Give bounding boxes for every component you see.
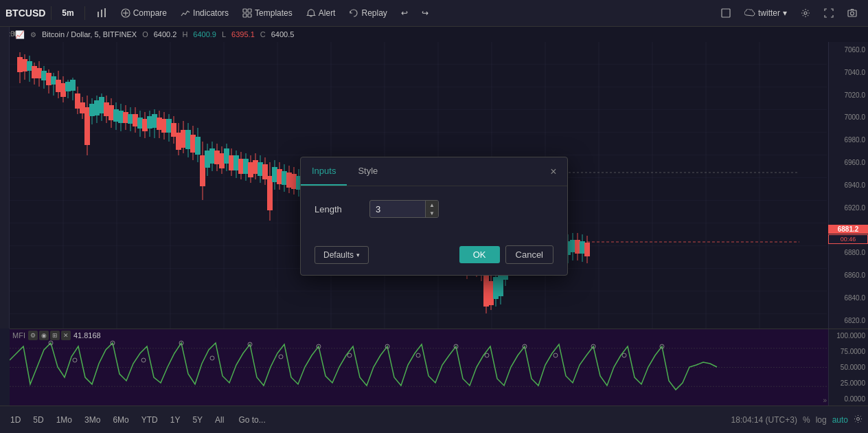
length-input[interactable] <box>370 201 425 217</box>
chart-container: 📈 ⚙ Bitcoin / Dollar, 5, BITFINEX O 6400… <box>0 27 868 406</box>
undo-icon: ↩ <box>401 8 408 18</box>
length-input-wrap: ▲ ▼ <box>369 200 439 218</box>
screenshot-button[interactable] <box>842 5 863 21</box>
bottom-toolbar: 1D 5D 1Mo 3Mo 6Mo YTD 1Y 5Y All Go to...… <box>0 406 868 433</box>
indicators-label: Indicators <box>193 8 229 18</box>
svg-point-293 <box>857 418 860 421</box>
svg-rect-0 <box>98 12 99 17</box>
period-1mo[interactable]: 1Mo <box>52 413 77 427</box>
period-6mo[interactable]: 6Mo <box>108 413 133 427</box>
alert-button[interactable]: Alert <box>301 5 341 21</box>
log-button[interactable]: log <box>816 415 827 425</box>
auto-button[interactable]: auto <box>832 415 848 425</box>
svg-rect-7 <box>248 9 251 12</box>
period-1d[interactable]: 1D <box>5 413 25 427</box>
stepper-down-button[interactable]: ▼ <box>426 209 438 217</box>
svg-point-13 <box>851 12 854 15</box>
replay-label: Replay <box>361 8 387 18</box>
dialog-header: Inputs Style × <box>301 157 567 186</box>
undo-button[interactable]: ↩ <box>396 5 413 21</box>
bar-type-button[interactable] <box>91 5 113 21</box>
cloud-button[interactable]: twitter ▾ <box>739 5 792 21</box>
modal-overlay: Inputs Style × Length ▲ ▼ <box>0 27 868 406</box>
divider-2 <box>84 6 85 20</box>
compare-label: Compare <box>133 8 167 18</box>
window-button[interactable] <box>716 5 736 21</box>
period-3mo[interactable]: 3Mo <box>80 413 105 427</box>
top-toolbar: BTCUSD 5m Compare Indicators Templates <box>0 0 868 27</box>
tab-inputs[interactable]: Inputs <box>301 157 347 186</box>
length-label: Length <box>315 204 369 214</box>
redo-icon: ↪ <box>422 8 429 18</box>
redo-button[interactable]: ↪ <box>416 5 434 21</box>
period-5d[interactable]: 5D <box>28 413 48 427</box>
datetime-display: 18:04:14 (UTC+3) <box>731 415 797 425</box>
replay-icon <box>349 8 358 18</box>
replay-button[interactable]: Replay <box>343 5 392 21</box>
dialog-body: Length ▲ ▼ <box>301 186 567 240</box>
camera-icon <box>847 8 857 18</box>
svg-rect-9 <box>248 14 251 17</box>
templates-icon <box>242 8 252 18</box>
compare-button[interactable]: Compare <box>115 5 172 21</box>
indicators-button[interactable]: Indicators <box>175 5 234 21</box>
settings-dialog: Inputs Style × Length ▲ ▼ <box>300 157 568 276</box>
tab-style-label: Style <box>358 166 378 176</box>
window-icon <box>721 8 731 18</box>
divider-1 <box>51 6 52 20</box>
alert-label: Alert <box>319 8 336 18</box>
plus-icon <box>121 8 130 18</box>
templates-button[interactable]: Templates <box>237 5 298 21</box>
defaults-button[interactable]: Defaults ▾ <box>315 246 369 264</box>
length-stepper: ▲ ▼ <box>425 201 438 217</box>
tab-inputs-label: Inputs <box>312 166 336 176</box>
fullscreen-button[interactable] <box>819 5 839 21</box>
bar-chart-icon <box>96 8 107 19</box>
toolbar-right: twitter ▾ <box>716 5 863 21</box>
goto-button[interactable]: Go to... <box>231 413 272 427</box>
chart-settings-btn[interactable] <box>854 414 863 425</box>
stepper-up-button[interactable]: ▲ <box>426 201 438 209</box>
period-all[interactable]: All <box>210 413 229 427</box>
templates-label: Templates <box>255 8 293 18</box>
cancel-button[interactable]: Cancel <box>505 245 553 264</box>
gear-icon <box>801 8 810 18</box>
dialog-close-button[interactable]: × <box>547 165 560 179</box>
symbol-label[interactable]: BTCUSD <box>5 8 45 19</box>
settings-button[interactable] <box>795 5 816 21</box>
ok-button[interactable]: OK <box>459 246 500 263</box>
account-chevron: ▾ <box>783 8 787 18</box>
svg-rect-10 <box>722 9 730 17</box>
alert-icon <box>306 8 316 18</box>
cloud-icon <box>744 9 755 17</box>
svg-point-11 <box>804 12 807 14</box>
indicators-icon <box>181 8 190 18</box>
defaults-chevron: ▾ <box>356 252 360 258</box>
length-field: Length ▲ ▼ <box>315 200 553 218</box>
percent-button[interactable]: % <box>803 415 810 425</box>
svg-rect-8 <box>243 14 247 17</box>
bottom-right: 18:04:14 (UTC+3) % log auto <box>731 414 863 425</box>
close-icon: × <box>550 166 556 178</box>
svg-rect-12 <box>848 10 856 16</box>
period-1y[interactable]: 1Y <box>165 413 185 427</box>
svg-rect-2 <box>104 8 106 17</box>
timeframe-button[interactable]: 5m <box>57 6 78 20</box>
account-label: twitter <box>758 8 780 18</box>
svg-rect-1 <box>101 10 102 17</box>
period-ytd[interactable]: YTD <box>137 413 163 427</box>
svg-rect-6 <box>243 9 247 12</box>
cancel-label: Cancel <box>516 249 543 260</box>
chart-settings-icon <box>854 414 863 423</box>
fullscreen-icon <box>824 8 834 18</box>
defaults-label: Defaults <box>323 250 354 260</box>
period-5y[interactable]: 5Y <box>187 413 207 427</box>
ok-label: OK <box>473 249 486 260</box>
tab-style[interactable]: Style <box>347 157 389 186</box>
dialog-footer: Defaults ▾ OK Cancel <box>301 240 567 275</box>
